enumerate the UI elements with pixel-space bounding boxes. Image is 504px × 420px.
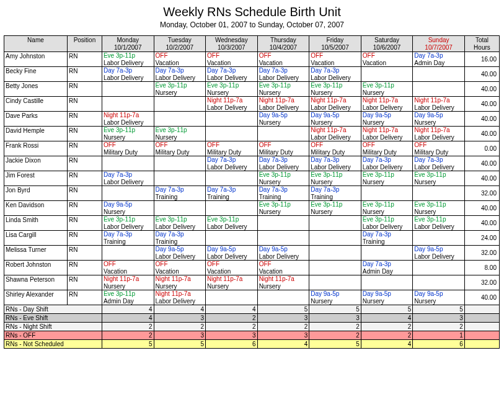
col-day-header: Tuesday10/2/2007 xyxy=(154,36,206,52)
cell-day xyxy=(257,127,309,141)
cell-name: Jim Forest xyxy=(4,171,68,186)
summary-value: 2 xyxy=(309,323,361,331)
table-header-row: NamePositionMonday10/1/2007Tuesday10/2/2… xyxy=(4,36,500,52)
shift-label: Day 9a-5p xyxy=(361,290,413,298)
cell-total: 40.00 xyxy=(464,127,499,141)
summary-value: 4 xyxy=(206,305,258,314)
table-row: Melissa TurnerRN Day 9a-5pLabor Delivery… xyxy=(4,246,500,261)
assignment-label: Nursery xyxy=(309,119,361,127)
cell-day xyxy=(154,112,206,127)
cell-day: Day 9a-5pLabor Delivery xyxy=(154,246,206,261)
assignment-label: Labor Delivery xyxy=(154,223,206,231)
assignment-label: Labor Delivery xyxy=(102,119,154,127)
assignment-label: Nursery xyxy=(258,179,309,186)
shift-label: Eve 3p-11p xyxy=(154,127,206,134)
cell-day: Eve 3p-11pLabor Delivery xyxy=(413,216,465,231)
shift-label: OFF xyxy=(258,141,309,149)
shift-label: Night 11p-7a xyxy=(309,97,361,104)
table-row: Amy JohnstonRNEve 3p-11pLabor DeliveryOF… xyxy=(4,52,500,67)
shift-label: OFF xyxy=(206,141,257,149)
cell-day: Day 7a-3pTraining xyxy=(102,231,154,246)
summary-value xyxy=(464,323,499,331)
cell-day xyxy=(257,231,309,246)
cell-day xyxy=(206,231,258,246)
assignment-label: Labor Delivery xyxy=(206,223,257,231)
cell-day: Day 9a-5pNursery xyxy=(361,112,413,127)
summary-value: 3 xyxy=(154,331,206,340)
shift-label: Eve 3p-11p xyxy=(361,201,413,208)
summary-value: 4 xyxy=(257,340,309,349)
cell-day: OFFVacation xyxy=(206,52,258,67)
page-title: Weekly RNs Schedule Birth Unit xyxy=(4,5,500,19)
cell-name: Shirley Alexander xyxy=(4,290,68,305)
shift-label: Day 9a-5p xyxy=(309,290,361,298)
shift-label: OFF xyxy=(258,261,309,268)
cell-position: RN xyxy=(67,156,102,171)
summary-value: 4 xyxy=(361,340,413,349)
assignment-label: Labor Delivery xyxy=(413,104,464,112)
cell-day xyxy=(206,112,258,127)
shift-label: OFF xyxy=(102,141,154,149)
assignment-label: Nursery xyxy=(258,89,309,97)
cell-day: OFFVacation xyxy=(257,261,309,275)
shift-label: Day 9a-5p xyxy=(258,246,309,253)
cell-day: OFFVacation xyxy=(154,261,206,275)
cell-day: Day 9a-5pNursery xyxy=(309,112,361,127)
cell-day xyxy=(413,186,465,201)
assignment-label: Labor Delivery xyxy=(102,179,154,186)
cell-position: RN xyxy=(67,261,102,275)
cell-day xyxy=(102,186,154,201)
assignment-label: Training xyxy=(258,194,309,201)
cell-name: Jackie Dixon xyxy=(4,156,68,171)
cell-total: 16.00 xyxy=(464,52,499,67)
shift-label: Eve 3p-11p xyxy=(258,82,309,89)
cell-day xyxy=(154,201,206,216)
assignment-label: Vacation xyxy=(154,268,206,275)
table-row: Lisa CargillRNDay 7a-3pTrainingDay 7a-3p… xyxy=(4,231,500,246)
cell-total: 40.00 xyxy=(464,216,499,231)
cell-day: OFFMilitary Duty xyxy=(206,141,258,156)
cell-position: RN xyxy=(67,97,102,112)
shift-label: OFF xyxy=(309,52,361,60)
cell-total: 8.00 xyxy=(464,261,499,275)
cell-day: Day 7a-3pAdmin Day xyxy=(413,52,465,67)
shift-label: Day 7a-3p xyxy=(309,67,361,74)
shift-label: Eve 3p-11p xyxy=(413,216,464,223)
summary-value: 2 xyxy=(257,323,309,331)
cell-day: Eve 3p-11pNursery xyxy=(413,201,465,216)
summary-value: 2 xyxy=(206,314,258,323)
shift-label: Eve 3p-11p xyxy=(361,171,413,179)
assignment-label: Labor Delivery xyxy=(309,134,361,141)
shift-label: Night 11p-7a xyxy=(206,275,257,283)
cell-day: Day 9a-5pNursery xyxy=(413,290,465,305)
cell-day: Night 11p-7aLabor Delivery xyxy=(206,97,258,112)
summary-row: RNs - OFF2333221 xyxy=(4,331,500,340)
cell-day: Eve 3p-11pLabor Delivery xyxy=(361,216,413,231)
cell-day xyxy=(309,216,361,231)
cell-day: OFFVacation xyxy=(257,52,309,67)
cell-day: Day 7a-3pLabor Delivery xyxy=(309,156,361,171)
assignment-label: Nursery xyxy=(206,89,257,97)
cell-day: Day 7a-3pLabor Delivery xyxy=(309,67,361,82)
cell-day: Night 11p-7aLabor Delivery xyxy=(257,97,309,112)
cell-day: Eve 3p-11pNursery xyxy=(309,82,361,97)
shift-label: Day 7a-3p xyxy=(361,261,413,268)
cell-day: Day 9a-5pLabor Delivery xyxy=(257,246,309,261)
table-row: Jim ForestRNDay 7a-3pLabor Delivery Eve … xyxy=(4,171,500,186)
shift-label: OFF xyxy=(154,141,206,149)
cell-day: OFFVacation xyxy=(102,261,154,275)
summary-value: 3 xyxy=(309,314,361,323)
cell-day: Eve 3p-11pNursery xyxy=(309,201,361,216)
summary-value: 3 xyxy=(413,314,465,323)
cell-day: Night 11p-7aLabor Delivery xyxy=(154,290,206,305)
assignment-label: Training xyxy=(102,238,154,246)
assignment-label: Labor Delivery xyxy=(361,134,413,141)
shift-label: Day 7a-3p xyxy=(258,156,309,164)
cell-day xyxy=(309,231,361,246)
shift-label: Day 7a-3p xyxy=(413,156,464,164)
shift-label: Day 9a-5p xyxy=(154,246,206,253)
cell-day xyxy=(309,261,361,275)
assignment-label: Military Duty xyxy=(154,149,206,156)
cell-day xyxy=(309,275,361,290)
shift-label: Eve 3p-11p xyxy=(154,82,206,89)
